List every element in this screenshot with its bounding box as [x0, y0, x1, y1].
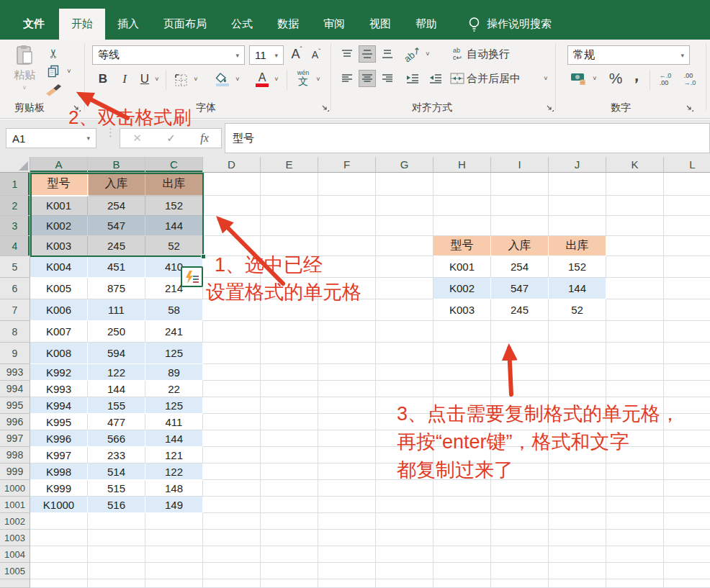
cell-J1[interactable]: [549, 173, 606, 196]
column-header-A[interactable]: A: [30, 157, 88, 173]
cell-B1002[interactable]: [88, 513, 145, 530]
cell-F8[interactable]: [318, 321, 376, 343]
cell-G1003[interactable]: [376, 530, 433, 546]
cell-I8[interactable]: [491, 321, 549, 343]
column-header-J[interactable]: J: [549, 157, 606, 173]
cell-C997[interactable]: 144: [145, 430, 203, 447]
cell-K8[interactable]: [606, 321, 664, 343]
underline-button[interactable]: U: [137, 70, 153, 89]
cell-B999[interactable]: 514: [88, 463, 145, 480]
decrease-indent-button[interactable]: [403, 70, 422, 87]
cell-C7[interactable]: 58: [145, 299, 203, 321]
cell-K1003[interactable]: [606, 530, 664, 546]
cell-C996[interactable]: 411: [145, 414, 203, 430]
row-header-1003[interactable]: 1003: [0, 530, 30, 546]
cell-Ix[interactable]: [491, 579, 549, 588]
cell-I1005[interactable]: [491, 563, 549, 579]
name-box-dropdown-icon[interactable]: ▾: [86, 135, 90, 142]
merge-center-button[interactable]: 合并后居中: [467, 70, 533, 87]
cell-A1003[interactable]: [30, 530, 88, 546]
cell-E995[interactable]: [261, 397, 318, 414]
cell-C1001[interactable]: 149: [145, 497, 203, 513]
column-header-C[interactable]: C: [145, 157, 203, 173]
cell-H1003[interactable]: [433, 530, 491, 546]
copy-dropdown-icon[interactable]: ˅: [65, 67, 73, 76]
cell-F999[interactable]: [318, 463, 376, 480]
column-header-H[interactable]: H: [433, 157, 491, 173]
cell-E999[interactable]: [261, 463, 318, 480]
cell-J993[interactable]: [549, 364, 606, 381]
cell-I1003[interactable]: [491, 530, 549, 546]
column-header-B[interactable]: B: [88, 157, 145, 173]
cell-B993[interactable]: 122: [88, 364, 145, 381]
cell-G7[interactable]: [376, 299, 433, 321]
cell-B997[interactable]: 566: [88, 430, 145, 447]
cell-E996[interactable]: [261, 414, 318, 430]
cell-K1002[interactable]: [606, 513, 664, 530]
cell-D8[interactable]: [203, 321, 261, 343]
cell-G1002[interactable]: [376, 513, 433, 530]
font-dialog-launcher-icon[interactable]: [321, 104, 330, 113]
cell-J7[interactable]: 52: [549, 299, 606, 321]
column-header-D[interactable]: D: [203, 157, 261, 173]
cell-E997[interactable]: [261, 430, 318, 447]
cell-H4[interactable]: 型号: [433, 236, 491, 256]
row-header-9[interactable]: 9: [0, 343, 30, 364]
underline-dropdown-icon[interactable]: ˅: [153, 75, 161, 83]
cell-L1001[interactable]: [664, 497, 710, 513]
cell-H1005[interactable]: [433, 563, 491, 579]
cell-E994[interactable]: [261, 381, 318, 397]
cell-K994[interactable]: [606, 381, 664, 397]
cell-E998[interactable]: [261, 447, 318, 463]
row-header-7[interactable]: 7: [0, 299, 30, 321]
cell-C993[interactable]: 89: [145, 364, 203, 381]
comma-style-button[interactable]: ，: [629, 65, 644, 86]
cell-A997[interactable]: K996: [30, 430, 88, 447]
cell-F997[interactable]: [318, 430, 376, 447]
cell-A996[interactable]: K995: [30, 414, 88, 430]
cell-G993[interactable]: [376, 364, 433, 381]
cell-A1000[interactable]: K999: [30, 480, 88, 497]
font-color-dropdown-icon[interactable]: ˅: [272, 75, 281, 83]
decrease-decimal-button[interactable]: .00→.0: [680, 70, 700, 89]
cell-A1004[interactable]: [30, 546, 88, 563]
cell-L994[interactable]: [664, 381, 710, 397]
cell-F994[interactable]: [318, 381, 376, 397]
cell-G6[interactable]: [376, 278, 433, 299]
cell-H1004[interactable]: [433, 546, 491, 563]
cell-A1[interactable]: 型号: [30, 173, 88, 196]
cell-B995[interactable]: 155: [88, 397, 145, 414]
percent-style-button[interactable]: %: [606, 70, 625, 87]
cell-F993[interactable]: [318, 364, 376, 381]
cell-L993[interactable]: [664, 364, 710, 381]
cell-G994[interactable]: [376, 381, 433, 397]
cell-A993[interactable]: K992: [30, 364, 88, 381]
cell-A6[interactable]: K005: [30, 278, 88, 299]
cell-B7[interactable]: 111: [88, 299, 145, 321]
cell-L3[interactable]: [664, 216, 710, 236]
cell-Lx[interactable]: [664, 579, 710, 588]
select-all-corner[interactable]: [0, 157, 30, 173]
fill-color-dropdown-icon[interactable]: ˅: [233, 75, 242, 83]
cell-D996[interactable]: [203, 414, 261, 430]
cell-L4[interactable]: [664, 236, 710, 256]
cell-F996[interactable]: [318, 414, 376, 430]
cell-C1004[interactable]: [145, 546, 203, 563]
decrease-font-button[interactable]: Aˇ: [308, 47, 324, 63]
cell-J994[interactable]: [549, 381, 606, 397]
cell-D1005[interactable]: [203, 563, 261, 579]
cell-D993[interactable]: [203, 364, 261, 381]
menu-tab-1[interactable]: 文件: [9, 9, 59, 40]
cell-K6[interactable]: [606, 278, 664, 299]
cell-Cx[interactable]: [145, 579, 203, 588]
cell-Ex[interactable]: [261, 579, 318, 588]
column-header-F[interactable]: F: [318, 157, 376, 173]
merge-dropdown-icon[interactable]: ˅: [542, 74, 550, 83]
cell-Dx[interactable]: [203, 579, 261, 588]
cell-F1002[interactable]: [318, 513, 376, 530]
cell-K1001[interactable]: [606, 497, 664, 513]
cell-H7[interactable]: K003: [433, 299, 491, 321]
cell-G3[interactable]: [376, 216, 433, 236]
cell-F3[interactable]: [318, 216, 376, 236]
column-header-L[interactable]: L: [664, 157, 710, 173]
